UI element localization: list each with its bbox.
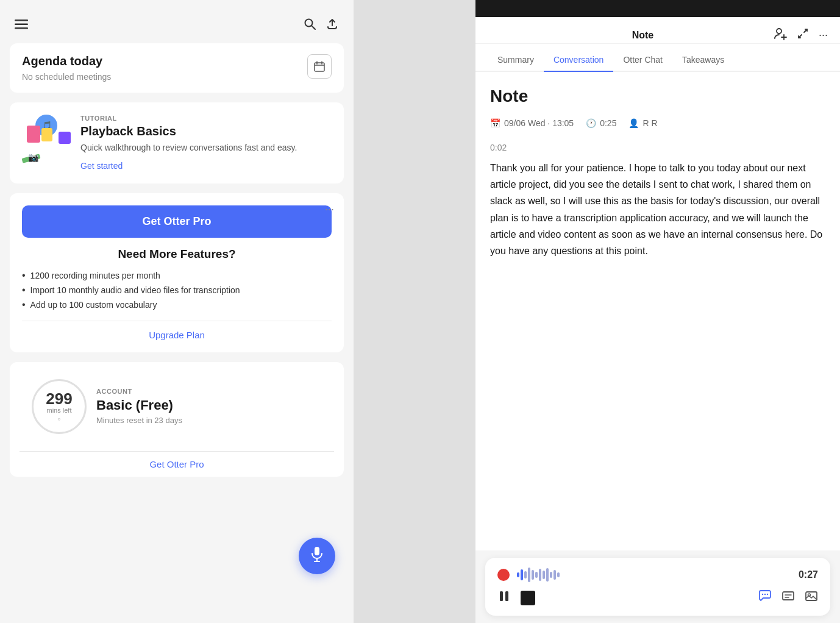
minutes-dot: ○ [58,416,61,422]
expand-icon[interactable] [797,27,809,43]
need-more-title: Need More Features? [22,247,332,261]
feature-item-1: 1200 recording minutes per month [22,268,332,283]
wave-bar-1 [517,572,519,577]
stop-button[interactable] [521,591,535,605]
minutes-circle: 299 mins left ○ [32,379,87,434]
playback-controls [497,589,818,606]
note-speakers: 👤 R R [628,118,657,128]
search-icon[interactable] [304,18,316,33]
mic-icon [310,546,324,566]
waveform [517,568,791,582]
note-header-icons: ··· [774,27,828,43]
svg-rect-9 [315,547,319,555]
left-panel: Agenda today No scheduled meetings 🎵 📷 T [0,0,354,623]
playback-waveform-row: 0:27 [497,568,818,582]
agenda-subtitle: No scheduled meetings [22,72,111,82]
minutes-number: 299 [46,391,72,407]
svg-point-20 [764,594,766,595]
svg-line-4 [311,26,315,29]
wave-bar-2 [521,569,523,580]
get-pro-button[interactable]: Get Otter Pro [22,205,332,238]
add-person-icon[interactable] [774,27,787,43]
svg-point-12 [777,29,781,34]
wave-bar-11 [553,570,556,580]
calendar-button[interactable] [307,54,332,79]
wave-bar-8 [543,571,545,579]
wave-bar-7 [539,569,541,581]
note-duration: 🕐 0:25 [586,118,616,128]
transcript-text: Thank you all for your patience. I hope … [490,160,825,259]
svg-point-19 [762,594,763,595]
account-get-pro-link[interactable]: Get Otter Pro [10,452,344,477]
tutorial-illustration: 🎵 📷 [22,115,71,163]
svg-rect-17 [500,591,503,601]
mins-left-label: mins left [47,407,72,414]
wave-bar-12 [557,572,560,577]
svg-rect-5 [315,63,324,71]
account-plan: Basic (Free) [96,397,322,413]
account-section: 299 mins left ○ ACCOUNT Basic (Free) Min… [20,367,334,446]
playback-bar: 0:27 [485,558,830,616]
svg-rect-18 [505,591,508,601]
tutorial-content: TUTORIAL Playback Basics Quick walkthrou… [80,115,297,171]
svg-rect-0 [15,20,28,21]
tutorial-description: Quick walkthrough to review conversation… [80,142,297,154]
tab-otter-chat[interactable]: Otter Chat [613,49,672,72]
calendar-meta-icon: 📅 [490,118,500,128]
tab-conversation[interactable]: Conversation [544,49,614,72]
illus-rect-pink [27,126,40,143]
more-options-icon[interactable]: ··· [819,29,828,41]
wave-bar-9 [546,568,549,582]
note-content: Note 📅 09/06 Wed · 13:05 🕐 0:25 👤 R R 0:… [475,72,840,550]
account-info: ACCOUNT Basic (Free) Minutes reset in 23… [96,388,322,425]
tabs-bar: Summary Conversation Otter Chat Takeaway… [475,44,840,72]
middle-gap [354,0,475,623]
note-header-title: Note [632,30,654,41]
transcript-timestamp: 0:02 [490,143,825,152]
upgrade-plan-link[interactable]: Upgrade Plan [22,330,332,340]
svg-rect-25 [806,592,817,600]
tab-summary[interactable]: Summary [488,49,544,72]
agenda-card: Agenda today No scheduled meetings [10,43,344,93]
note-date: 📅 09/06 Wed · 13:05 [490,118,574,128]
wave-bar-5 [532,570,534,580]
note-main-title: Note [490,87,825,106]
tutorial-section: 🎵 📷 TUTORIAL Playback Basics Quick walkt… [10,102,344,183]
tab-takeaways[interactable]: Takeaways [672,49,734,72]
svg-rect-1 [15,24,28,26]
pro-section: ··· Get Otter Pro Need More Features? 12… [10,193,344,352]
ai-note-icon[interactable] [758,589,772,606]
feature-list: 1200 recording minutes per month Import … [22,268,332,312]
wave-bar-10 [550,572,552,578]
feature-item-2: Import 10 monthly audio and video files … [22,283,332,297]
note-meta: 📅 09/06 Wed · 13:05 🕐 0:25 👤 R R [490,118,825,128]
feature-item-3: Add up to 100 custom vocabulary [22,297,332,312]
note-header: Note ··· [475,17,840,44]
get-started-link[interactable]: Get started [80,161,123,171]
wave-bar-6 [535,572,538,578]
tutorial-title: Playback Basics [80,124,297,138]
pro-more-icon[interactable]: ··· [325,203,334,216]
playback-time: 0:27 [799,569,818,580]
account-label: ACCOUNT [96,388,322,395]
illus-rect-yellow [41,128,52,141]
tutorial-label: TUTORIAL [80,115,297,122]
record-dot [497,569,510,581]
wave-bar-3 [524,571,527,578]
speakers-meta-icon: 👤 [628,118,639,128]
pause-button[interactable] [497,589,511,606]
svg-point-21 [767,594,768,595]
playback-right-controls [758,589,818,606]
svg-rect-22 [783,592,794,600]
playback-left-controls [497,589,535,606]
hamburger-icon[interactable] [15,18,28,32]
phone-bar [475,0,840,17]
upload-icon[interactable] [326,17,339,34]
right-panel: Note ··· Summary [475,0,840,623]
clock-meta-icon: 🕐 [586,118,596,128]
account-reset: Minutes reset in 23 days [96,416,322,425]
chat-icon[interactable] [781,589,795,606]
agenda-title: Agenda today [22,54,111,68]
image-icon[interactable] [805,589,818,606]
record-button[interactable] [299,538,335,574]
